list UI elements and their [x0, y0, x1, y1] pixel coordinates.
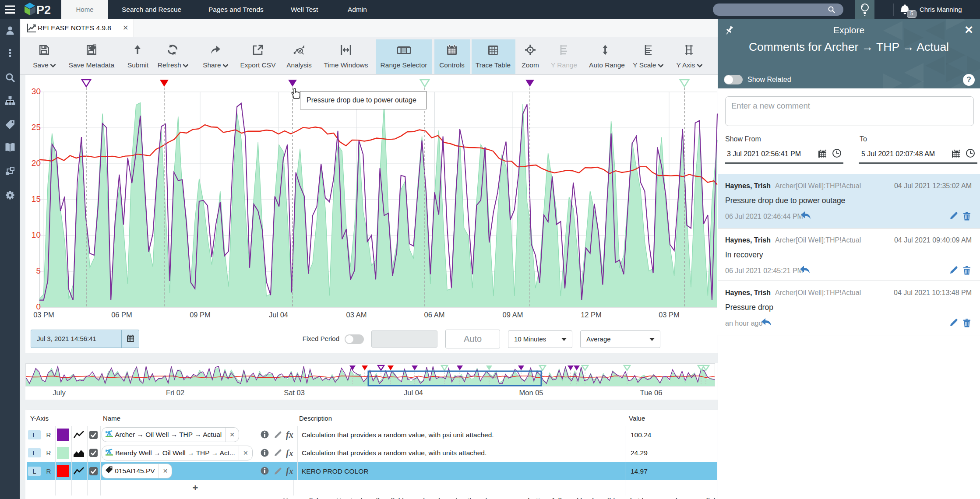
svg-text:Sat 03: Sat 03 [284, 389, 305, 397]
svg-text:09 PM: 09 PM [190, 311, 211, 319]
svg-text:03 PM: 03 PM [659, 311, 680, 319]
svg-text:20: 20 [32, 158, 41, 168]
svg-text:Fri 02: Fri 02 [166, 389, 184, 397]
svg-text:09 AM: 09 AM [503, 311, 523, 319]
svg-text:5: 5 [36, 266, 41, 275]
svg-text:30: 30 [32, 87, 41, 96]
svg-text:Jul 04: Jul 04 [269, 311, 288, 319]
svg-text:Jul 04: Jul 04 [404, 389, 423, 397]
svg-text:10: 10 [32, 230, 41, 239]
svg-text:25: 25 [32, 123, 41, 132]
svg-text:03 PM: 03 PM [33, 311, 54, 319]
svg-text:12 PM: 12 PM [581, 311, 602, 319]
svg-text:Tue 06: Tue 06 [640, 389, 663, 397]
svg-text:July: July [53, 389, 66, 397]
svg-text:Mon 05: Mon 05 [519, 389, 543, 397]
svg-text:0: 0 [36, 302, 41, 311]
svg-text:06 AM: 06 AM [424, 311, 445, 319]
svg-text:03 AM: 03 AM [346, 311, 367, 319]
svg-text:15: 15 [32, 194, 41, 204]
svg-text:P2: P2 [36, 4, 51, 17]
svg-text:06 PM: 06 PM [111, 311, 132, 319]
